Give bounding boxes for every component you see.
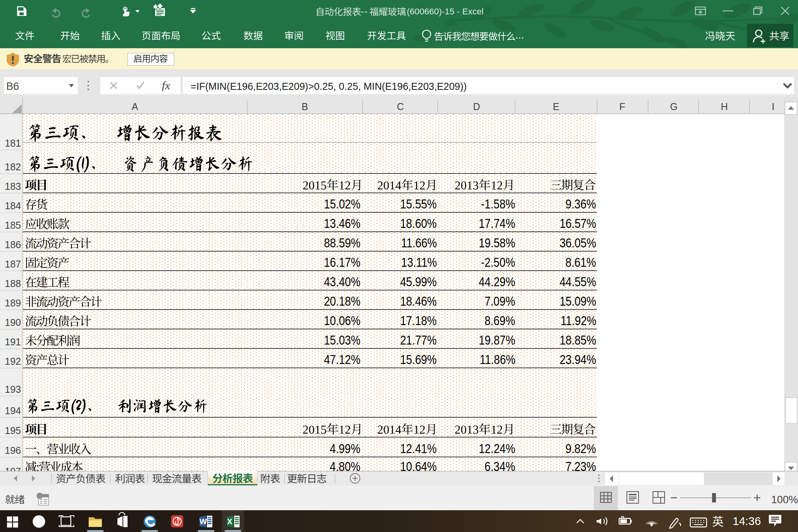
svg-text:fx: fx xyxy=(162,81,170,91)
svg-text:X: X xyxy=(227,517,233,526)
svg-text:W: W xyxy=(200,517,207,526)
